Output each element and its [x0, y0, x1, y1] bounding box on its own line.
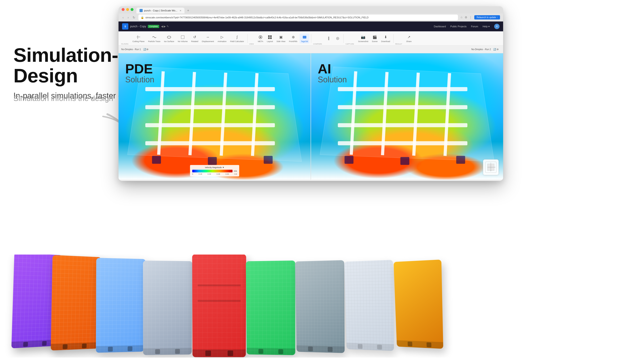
- simulation-info-text: Simulation informs the design: [14, 94, 113, 103]
- svg-rect-33: [456, 156, 465, 164]
- meta-view-label: META: [258, 40, 263, 43]
- side-view-tool[interactable]: ▣ Side View: [275, 34, 287, 43]
- toolbar-sep-2: [311, 34, 311, 43]
- svg-point-3: [167, 36, 171, 38]
- field-calculator-label: Field Calculator: [230, 40, 244, 43]
- project-view-tool[interactable]: ⊕ Front/Nfo: [288, 34, 299, 43]
- pde-solution-label: PDE Solution: [125, 62, 154, 84]
- displacement-tool[interactable]: ↔ Displacement: [200, 34, 215, 43]
- svg-line-15: [252, 73, 257, 156]
- side-view-icon: ▣: [278, 35, 284, 40]
- svg-rect-28: [338, 105, 467, 109]
- browser-tab-active[interactable]: punch - Copy | SimScale Wo... ✕: [136, 8, 184, 14]
- compass-widget: Y X Z: [483, 159, 499, 175]
- svg-line-24: [382, 72, 387, 155]
- close-button[interactable]: [122, 8, 124, 11]
- toolbar-sep-1: [247, 34, 248, 43]
- minimize-button[interactable]: [126, 8, 129, 11]
- ai-solution-sub: Solution: [318, 76, 347, 84]
- svg-rect-2: [138, 35, 138, 39]
- meta-view-tool[interactable]: META: [256, 34, 264, 43]
- particle-trace-tool[interactable]: Particle Trace: [147, 34, 162, 43]
- svg-rect-32: [400, 157, 410, 165]
- layout-icon: [267, 35, 272, 40]
- download-icon: ⬇: [383, 35, 388, 40]
- svg-line-25: [414, 73, 418, 156]
- tags-3d-label: Tags/3d: [301, 40, 308, 43]
- rotated-tool[interactable]: ↺ Rotated: [190, 34, 200, 43]
- panel-header-left: No-Dimples - Run 1 🔄 ⚙: [121, 48, 150, 51]
- animation-tool[interactable]: ▷ Animation: [216, 34, 228, 43]
- svg-text:Z: Z: [490, 170, 491, 171]
- cutting-plane-tool[interactable]: Cutting Plane: [131, 34, 146, 43]
- relaunch-button[interactable]: Relaunch to update ↑: [474, 15, 500, 20]
- tab-close-button[interactable]: ✕: [180, 10, 181, 12]
- refresh-button[interactable]: ↻: [132, 15, 136, 20]
- filters-label: FILTERS: [121, 43, 128, 46]
- svg-point-6: [260, 37, 261, 38]
- sim-panel-right: AI Solution Y: [310, 53, 503, 179]
- color-bar-labels: 0 0.16 0.32 0.48 0.64 0.8: [192, 173, 237, 175]
- design-card-red: [192, 255, 246, 357]
- forum-link[interactable]: Forum: [471, 25, 478, 28]
- toolbar-sep-3: [344, 34, 344, 43]
- download-tool[interactable]: ⬇ Download: [380, 34, 391, 43]
- displacement-icon: ↔: [205, 35, 211, 40]
- svg-rect-27: [338, 87, 467, 91]
- layout-label: Layout: [267, 40, 273, 43]
- back-button[interactable]: ‹: [122, 15, 124, 20]
- maximize-button[interactable]: [130, 8, 134, 11]
- project-view-icon: ⊕: [290, 35, 296, 40]
- screenshot-tool[interactable]: 📷 Screenshot: [357, 34, 370, 43]
- field-calculator-tool[interactable]: ∫ Field Calculator: [229, 34, 246, 43]
- extension-icon[interactable]: ⚙: [465, 16, 467, 19]
- svg-rect-1: [137, 37, 140, 37]
- particle-trace-label: Particle Trace: [148, 40, 160, 43]
- no-volume-tool[interactable]: No Volume: [176, 34, 189, 43]
- new-tab-button[interactable]: +: [184, 8, 192, 14]
- share-tool[interactable]: ↗ Share: [405, 34, 413, 43]
- side-view-label: Side View: [276, 40, 285, 43]
- design-card-gray: [143, 261, 192, 355]
- panel-header-right: No-Dimples - Run 2 🔄 ⚙: [471, 48, 500, 51]
- iso-surface-tool[interactable]: Iso Surface: [162, 34, 176, 43]
- user-menu[interactable]: R: [494, 24, 500, 29]
- viz-main: PDE Solution Velocity Magnitude ▼ m/s: [118, 53, 503, 179]
- svg-rect-11: [303, 36, 306, 39]
- dashboard-link[interactable]: Dashboard: [434, 25, 446, 28]
- rotated-icon: ↺: [192, 35, 198, 40]
- color-bar: Velocity Magnitude ▼ m/s 0 0.16 0.32 0.4: [190, 165, 239, 176]
- design-card-lightblue: [96, 258, 146, 353]
- compare-parallel-tool[interactable]: ∥: [325, 35, 333, 42]
- run2-label: No-Dimples - Run 2: [471, 48, 491, 51]
- compare-overlay-tool[interactable]: ◎: [334, 35, 342, 42]
- design-card-gold: [394, 259, 443, 349]
- meta-view-icon: [258, 35, 263, 40]
- cfd-viz-left: PDE Solution Velocity Magnitude ▼ m/s: [118, 53, 310, 179]
- app-toolbar: FILTERS Cutting Plane Particle Trace: [118, 31, 503, 46]
- project-name: punch - Copy: [130, 25, 146, 28]
- no-volume-label: No Volume: [178, 40, 188, 43]
- simscale-app: S punch - Copy Complete ◀ ▶ ✎ Dashboard …: [118, 22, 503, 179]
- design-card-orange: [51, 255, 101, 350]
- public-projects-link[interactable]: Public Projects: [450, 25, 467, 28]
- app-navbar: S punch - Copy Complete ◀ ▶ ✎ Dashboard …: [118, 22, 503, 31]
- bookmark-icon[interactable]: ☆: [460, 16, 463, 19]
- ai-solution-label: AI Solution: [318, 62, 347, 84]
- address-bar[interactable]: 🔒 simscale.com/workbench/?pid=7477065913…: [138, 15, 458, 20]
- cutting-plane-label: Cutting Plane: [132, 40, 144, 43]
- tab-favicon: [140, 9, 143, 12]
- scene-tool[interactable]: 🎬 Scene: [370, 34, 379, 43]
- field-calculator-icon: ∫: [234, 35, 240, 40]
- tags-3d-tool[interactable]: Tags/3d: [300, 34, 310, 43]
- menu-icon[interactable]: ⋮: [469, 16, 472, 19]
- layout-tool[interactable]: Layout: [266, 34, 274, 43]
- capture-label: CAPTURE: [346, 43, 354, 46]
- navbar-right: Dashboard Public Projects Forum Help ▾ R: [434, 24, 500, 29]
- forward-button[interactable]: ›: [127, 15, 130, 20]
- share-icon: ↗: [406, 35, 412, 40]
- help-link[interactable]: Help ▾: [482, 25, 490, 28]
- sim-panel-left: PDE Solution Velocity Magnitude ▼ m/s: [118, 53, 310, 179]
- svg-rect-19: [145, 141, 275, 145]
- svg-rect-22: [264, 156, 272, 164]
